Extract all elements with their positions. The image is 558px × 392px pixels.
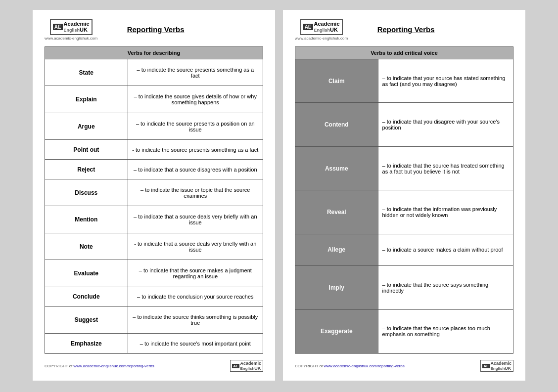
table-row: Assume – to indicate that the source has… — [295, 146, 513, 190]
verb-cell: State — [45, 59, 128, 86]
table-row: Evaluate – to indicate that the source m… — [45, 260, 263, 287]
def-cell: – to indicate the source's most importan… — [128, 334, 263, 353]
table-row: Emphasize – to indicate the source's mos… — [45, 334, 263, 353]
logo-url-1: www.academic-englishuk.com — [45, 36, 97, 41]
table-row: State – to indicate the source presents … — [45, 59, 263, 86]
footer-1: COPYRIGHT of www.academic-englishuk.com/… — [45, 353, 263, 372]
logo-ae-1: AE — [53, 24, 63, 30]
footer-logo-2: AE AcademicEnglishUK — [480, 360, 513, 372]
footer-link-2[interactable]: www.academic-englishuk.com/reporting-ver… — [324, 364, 405, 368]
def-cell: - to indicate that a source deals very b… — [128, 233, 263, 260]
logo-box-1: AE AcademicEnglishUK — [50, 19, 93, 35]
describing-table: Verbs for describing State – to indicate… — [45, 46, 263, 353]
verb-cell: Emphasize — [45, 334, 128, 353]
def-cell: – to indicate that the source says somet… — [378, 266, 513, 309]
logo-box-2: AE AcademicEnglishUK — [300, 19, 343, 35]
def-cell: – to indicate that the source makes a ju… — [128, 260, 263, 287]
def-cell: – to indicate the conclusion your source… — [128, 287, 263, 306]
verb-cell: Point out — [45, 140, 128, 160]
footer-logo-text-2: AcademicEnglishUK — [490, 361, 512, 371]
footer-logo-ae-2: AE — [482, 364, 490, 368]
logo-text-1: AcademicEnglishUK — [64, 21, 90, 33]
def-cell: – to indicate that you disagree with you… — [378, 103, 513, 146]
verb-cell: Discuss — [45, 179, 128, 206]
def-cell: – to indicate the source gives details o… — [128, 86, 263, 113]
verb-cell: Note — [45, 233, 128, 260]
header-1: AE AcademicEnglishUK www.academic-englis… — [45, 19, 263, 41]
table-row: Claim – to indicate that your source has… — [295, 59, 513, 102]
verb-cell: Imply — [295, 266, 378, 309]
verb-cell: Mention — [45, 206, 128, 233]
page-1: AE AcademicEnglishUK www.academic-englis… — [33, 10, 275, 381]
verb-cell: Exaggerate — [295, 309, 378, 353]
verb-cell: Argue — [45, 113, 128, 139]
footer-logo-box-2: AE AcademicEnglishUK — [480, 360, 513, 372]
table-row: Contend – to indicate that you disagree … — [295, 103, 513, 146]
table-row: Reject – to indicate that a source disag… — [45, 160, 263, 179]
def-cell: – to indicate the source presents a posi… — [128, 113, 263, 139]
def-cell: - to indicate the source presents someth… — [128, 140, 263, 160]
table-row: Argue – to indicate the source presents … — [45, 113, 263, 139]
table-row: Discuss – to indicate the issue or topic… — [45, 179, 263, 206]
header-2: AE AcademicEnglishUK www.academic-englis… — [295, 19, 513, 41]
table-row: Mention – to indicate that a source deal… — [45, 206, 263, 233]
footer-link-1[interactable]: www.academic-englishuk.com/reporting-ver… — [74, 364, 154, 368]
logo-area-2: AE AcademicEnglishUK www.academic-englis… — [295, 19, 348, 41]
def-cell: – to indicate that a source deals very b… — [128, 206, 263, 233]
table-row: Conclude – to indicate the conclusion yo… — [45, 287, 263, 306]
table-row: Exaggerate – to indicate that the source… — [295, 309, 513, 353]
logo-ae-2: AE — [303, 24, 313, 30]
logo-text-2: AcademicEnglishUK — [314, 21, 340, 33]
table-row: Allege – to indicate a source makes a cl… — [295, 234, 513, 266]
footer-logo-text-1: AcademicEnglishUK — [240, 361, 261, 371]
verb-cell: Contend — [295, 103, 378, 146]
verb-cell: Reject — [45, 160, 128, 179]
page-2: AE AcademicEnglishUK www.academic-englis… — [283, 10, 525, 381]
table-row: Note - to indicate that a source deals v… — [45, 233, 263, 260]
def-cell: – to indicate the issue or topic that th… — [128, 179, 263, 206]
verb-cell: Conclude — [45, 287, 128, 306]
def-cell: – to indicate a source makes a claim wit… — [378, 234, 513, 266]
def-cell: – to indicate the source thinks somethin… — [128, 306, 263, 333]
table-header-1: Verbs for describing — [45, 46, 263, 59]
table-header-2: Verbs to add critical voice — [295, 46, 513, 59]
def-cell: – to indicate that the source places too… — [378, 309, 513, 353]
verb-cell: Claim — [295, 59, 378, 102]
def-cell: – to indicate that the source has treate… — [378, 146, 513, 190]
footer-copyright-1: COPYRIGHT of www.academic-englishuk.com/… — [45, 364, 154, 368]
def-cell: – to indicate that your source has state… — [378, 59, 513, 102]
def-cell: – to indicate that a source disagrees wi… — [128, 160, 263, 179]
def-cell: – to indicate the source presents someth… — [128, 59, 263, 86]
table-row: Point out - to indicate the source prese… — [45, 140, 263, 160]
footer-logo-ae-1: AE — [232, 364, 239, 368]
table-row: Reveal – to indicate that the informatio… — [295, 190, 513, 234]
verb-cell: Evaluate — [45, 260, 128, 287]
verb-cell: Allege — [295, 234, 378, 266]
footer-2: COPYRIGHT of www.academic-englishuk.com/… — [295, 353, 513, 372]
critical-voice-table: Verbs to add critical voice Claim – to i… — [295, 46, 513, 353]
footer-logo-box-1: AE AcademicEnglishUK — [230, 360, 263, 372]
verb-cell: Reveal — [295, 190, 378, 234]
logo-url-2: www.academic-englishuk.com — [295, 36, 348, 41]
footer-copyright-2: COPYRIGHT of www.academic-englishuk.com/… — [295, 364, 405, 368]
page-title-1: Reporting Verbs — [97, 25, 214, 34]
def-cell: – to indicate that the information was p… — [378, 190, 513, 234]
table-row: Suggest – to indicate the source thinks … — [45, 306, 263, 333]
footer-logo-1: AE AcademicEnglishUK — [230, 360, 263, 372]
verb-cell: Assume — [295, 146, 378, 190]
table-row: Imply – to indicate that the source says… — [295, 266, 513, 309]
page-title-2: Reporting Verbs — [348, 25, 464, 34]
table-row: Explain – to indicate the source gives d… — [45, 86, 263, 113]
logo-area-1: AE AcademicEnglishUK www.academic-englis… — [45, 19, 97, 41]
verb-cell: Suggest — [45, 306, 128, 333]
verb-cell: Explain — [45, 86, 128, 113]
